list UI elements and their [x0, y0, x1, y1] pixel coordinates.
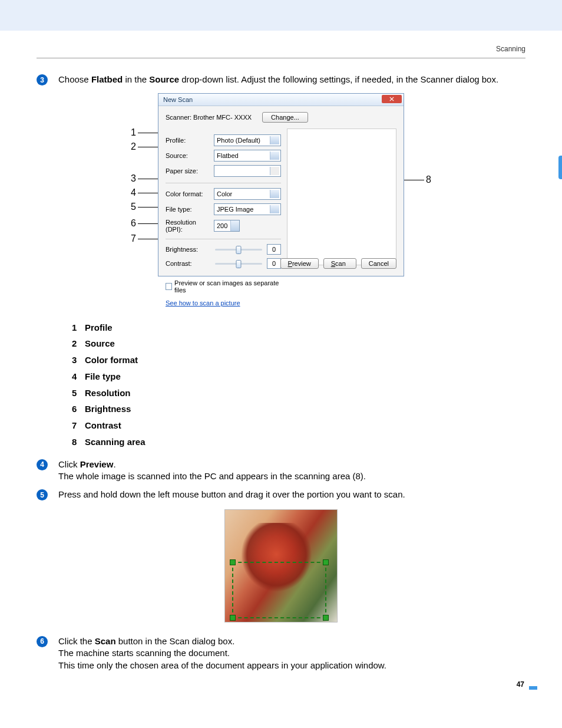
dialog-title: New Scan: [163, 96, 193, 103]
step-6-body: Click the Scan button in the Scan dialog…: [58, 635, 525, 672]
resolution-input[interactable]: 200: [214, 220, 240, 232]
divider-2: [166, 239, 281, 239]
step-4-pre: Click: [58, 459, 80, 469]
profile-select[interactable]: Photo (Default): [214, 134, 281, 146]
cancel-button[interactable]: Cancel: [361, 258, 396, 269]
step-6: 6 Click the Scan button in the Scan dial…: [37, 635, 525, 672]
separate-files-label: Preview or scan images as separate files: [174, 279, 281, 294]
step-5-text: Press and hold down the left mouse butto…: [58, 489, 525, 501]
chapter-side-tab: 2: [558, 156, 562, 179]
step-3: 3 Choose Flatbed in the Source drop-down…: [37, 74, 525, 86]
resolution-label: Resolution (DPI):: [166, 219, 210, 233]
top-blue-bar: [0, 0, 562, 31]
crop-handle-tl[interactable]: [230, 559, 236, 565]
callout-8: 8: [426, 174, 431, 185]
callout-2: 2: [131, 141, 136, 152]
callout-3: 3: [131, 173, 136, 184]
step-4-body: Click Preview. The whole image is scanne…: [58, 459, 525, 483]
callout-7-line: [138, 239, 158, 239]
callout-7: 7: [131, 233, 136, 244]
def-1: 1Profile: [72, 319, 525, 336]
callout-6-line: [138, 223, 158, 224]
callout-5: 5: [131, 202, 136, 212]
step-6-scan: Scan: [95, 636, 116, 646]
def-4: 4File type: [72, 368, 525, 385]
crop-handle-bl[interactable]: [230, 615, 236, 621]
scan-button[interactable]: Scan: [323, 258, 356, 269]
definitions-list: 1Profile 2Source 3Color format 4File typ…: [72, 319, 525, 450]
step-6-badge: 6: [37, 636, 48, 647]
profile-label: Profile:: [166, 137, 210, 144]
step-6-post: button in the Scan dialog box.: [116, 636, 235, 646]
file-type-label: File type:: [166, 206, 210, 213]
callout-6: 6: [131, 218, 136, 229]
step-6-line3: This time only the chosen area of the do…: [58, 660, 525, 672]
step-3-text-pre: Choose: [58, 74, 91, 84]
crop-handle-br[interactable]: [323, 615, 329, 621]
brightness-label: Brightness:: [166, 246, 210, 253]
divider-1: [166, 183, 281, 183]
help-link[interactable]: See how to scan a picture: [166, 299, 240, 307]
scan-button-rest: can: [335, 260, 346, 267]
preview-button-rest: review: [292, 260, 311, 267]
color-format-select[interactable]: Color: [214, 188, 281, 200]
paper-size-label: Paper size:: [166, 167, 210, 174]
step-6-line2: The machine starts scanning the document…: [58, 647, 525, 660]
profile-value: Photo (Default): [217, 137, 260, 144]
file-type-value: JPEG Image: [217, 206, 253, 213]
preview-area[interactable]: [287, 129, 396, 265]
step-4-preview: Preview: [80, 459, 114, 469]
step-3-text-mid: in the: [123, 74, 149, 84]
color-format-value: Color: [217, 190, 232, 197]
callout-1: 1: [131, 127, 136, 138]
callout-2-line: [138, 147, 158, 147]
callout-4-line: [138, 193, 158, 193]
contrast-value[interactable]: 0: [267, 258, 281, 269]
step-5: 5 Press and hold down the left mouse but…: [37, 489, 525, 501]
def-7: 7Contrast: [72, 417, 525, 434]
step-3-badge: 3: [37, 74, 48, 85]
preview-button[interactable]: Preview: [280, 258, 319, 269]
crop-preview-image: [224, 509, 338, 622]
step-4: 4 Click Preview. The whole image is scan…: [37, 459, 525, 483]
step-6-pre: Click the: [58, 636, 95, 646]
source-select[interactable]: Flatbed: [214, 150, 281, 162]
def-5: 5Resolution: [72, 385, 525, 401]
paper-size-select: [214, 165, 281, 177]
crop-selection[interactable]: [232, 562, 326, 618]
page-number: 47: [517, 680, 524, 689]
change-button[interactable]: Change...: [262, 112, 308, 123]
step-5-body: Press and hold down the left mouse butto…: [58, 489, 525, 501]
file-type-select[interactable]: JPEG Image: [214, 203, 281, 215]
step-4-line2: The whole image is scanned into the PC a…: [58, 470, 525, 483]
callout-3-line: [138, 179, 158, 179]
dialog-title-bar: New Scan: [158, 94, 404, 106]
def-6: 6Brightness: [72, 401, 525, 417]
close-icon[interactable]: [382, 95, 402, 103]
step-5-badge: 5: [37, 489, 48, 500]
source-label: Source:: [166, 152, 210, 159]
step-4-post: .: [113, 459, 115, 469]
step-3-body: Choose Flatbed in the Source drop-down l…: [58, 74, 525, 86]
callout-4: 4: [131, 187, 136, 198]
step-4-badge: 4: [37, 459, 48, 470]
header-section-label: Scanning: [37, 45, 525, 53]
new-scan-dialog: New Scan Scanner: Brother MFC- XXXX Chan…: [158, 93, 404, 276]
scanner-label: Scanner: Brother MFC- XXXX: [166, 114, 252, 121]
page-number-bar: [529, 686, 537, 690]
step-3-flatbed: Flatbed: [91, 74, 123, 84]
dialog-wrap: 1 2 3 4 5 6 7 8 New Scan: [37, 93, 525, 307]
callout-5-line: [138, 207, 158, 207]
contrast-label: Contrast:: [166, 260, 210, 267]
resolution-value: 200: [217, 222, 227, 229]
source-value: Flatbed: [217, 152, 239, 159]
def-3: 3Color format: [72, 352, 525, 368]
separate-files-checkbox[interactable]: [166, 283, 172, 290]
color-format-label: Color format:: [166, 190, 210, 197]
def-2: 2Source: [72, 335, 525, 352]
contrast-slider[interactable]: [215, 259, 262, 268]
callout-8-line: [404, 180, 424, 180]
crop-handle-tr[interactable]: [323, 559, 329, 565]
brightness-value[interactable]: 0: [267, 244, 281, 255]
brightness-slider[interactable]: [215, 245, 262, 253]
